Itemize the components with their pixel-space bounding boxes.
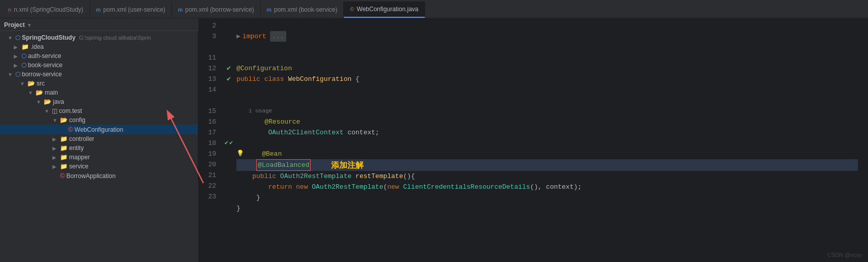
sidebar-item-main[interactable]: ▼ 📂 main (0, 88, 198, 97)
project-top-label: Project (4, 21, 25, 28)
arrow-icon: ▶ (52, 136, 58, 142)
code-line: public OAuth2RestTemplate restTemplate (… (236, 171, 858, 182)
tab-pom-user[interactable]: m pom.xml (user-service) (90, 2, 172, 18)
code-line: 💡 @Bean (236, 149, 858, 159)
brace: } (256, 192, 260, 203)
sidebar-item-label: BorrowApplication (67, 172, 116, 180)
keyword: public (252, 171, 276, 182)
arrow-icon: ▼ (20, 81, 26, 86)
code-line: return new OAuth2RestTemplate ( new Clie… (236, 182, 858, 192)
keyword: class (264, 74, 284, 84)
code-line: } (236, 203, 858, 214)
code-line (236, 84, 858, 95)
tab-label: n.xml (SpringCloudStudy) (14, 6, 83, 13)
sidebar-item-idea[interactable]: ▶ 📁 .idea (0, 42, 198, 51)
sidebar-item-label: SpringCloudStudy (22, 34, 75, 41)
code-line: 1 usage (236, 106, 858, 117)
sidebar-item-label: WebConfiguration (75, 126, 124, 133)
code-line-gap (236, 42, 858, 52)
code-lines: ▶ import ... @Configuration public (236, 20, 868, 262)
annotation-label: 添加注解 (331, 160, 364, 170)
code-text (266, 31, 271, 42)
sidebar-item-auth-service[interactable]: ▶ ⬡ auth-service (0, 51, 198, 61)
brace: { (351, 74, 360, 84)
sidebar-item-com-test[interactable]: ▼ ◫ com.test (0, 106, 198, 115)
collapsed-import[interactable]: ... (270, 31, 286, 42)
java-file-icon: © (68, 126, 73, 133)
project-top-bar: Project ▼ (0, 18, 198, 31)
lightbulb-icon: 💡 (236, 149, 244, 159)
arrow-icon: ▶ (14, 44, 20, 50)
tab-pom-borrow[interactable]: m pom.xml (borrow-service) (172, 2, 261, 18)
type: OAuth2RestTemplate (280, 171, 351, 182)
java-class-icon: © (350, 6, 354, 12)
sidebar-item-borrow-service[interactable]: ▼ ⬡ borrow-service (0, 70, 198, 79)
sidebar-item-label: controller (69, 135, 94, 142)
arrow-icon: ▼ (28, 90, 34, 96)
code-line (236, 138, 858, 149)
code-line: @Resource (236, 117, 858, 127)
sidebar-item-borrow-app[interactable]: © BorrowApplication (0, 171, 198, 181)
line-numbers: 2 3 11 12 13 14 15 16 17 18 19 20 21 22 … (198, 20, 221, 262)
sidebar-item-label: book-service (28, 62, 63, 69)
arrow-icon: ▼ (8, 72, 14, 77)
code-line: OAuth2ClientContext context; (236, 127, 858, 138)
type: OAuth2RestTemplate (312, 182, 383, 192)
module-icon: ⬡ (15, 71, 20, 78)
gutter: ✔ ✔ ✔✔ (221, 20, 236, 262)
code-text: (), context); (530, 182, 581, 192)
tab-webconfig[interactable]: © WebConfiguration.java (344, 2, 425, 18)
code-text (236, 127, 268, 138)
sidebar-item-java[interactable]: ▼ 📂 java (0, 97, 198, 106)
java-app-icon: © (60, 172, 65, 180)
sidebar-item-label: entity (69, 144, 84, 152)
arrow-icon: ▶ (52, 145, 58, 151)
tab-pom-book[interactable]: m pom.xml (book-service) (261, 2, 344, 18)
code-line: ▶ import ... (236, 31, 858, 42)
tab-xml-spring[interactable]: n n.xml (SpringCloudStudy) (2, 2, 90, 18)
sidebar-item-controller[interactable]: ▶ 📁 controller (0, 134, 198, 143)
arrow-icon: ▶ (14, 63, 20, 68)
folder-icon: 📁 (21, 43, 29, 50)
tab-bar: n n.xml (SpringCloudStudy) m pom.xml (us… (0, 0, 868, 18)
tab-label: pom.xml (borrow-service) (185, 6, 254, 13)
sidebar-item-config[interactable]: ▼ 📂 config (0, 115, 198, 125)
class-name: WebConfiguration (288, 74, 351, 84)
usage-hint: 1 usage (249, 106, 272, 117)
sidebar-item-src[interactable]: ▼ 📂 src (0, 79, 198, 88)
main-area: Project ▼ ▼ ⬡ SpringCloudStudy G:\spring… (0, 18, 868, 262)
code-line: @Configuration (236, 63, 858, 74)
module-icon: ⬡ (21, 52, 26, 60)
code-container: 2 3 11 12 13 14 15 16 17 18 19 20 21 22 … (198, 18, 868, 262)
module-icon: ⬡ (15, 34, 20, 41)
xml-icon: n (8, 7, 11, 13)
annotation: @Resource (249, 117, 300, 127)
method-name: restTemplate (355, 171, 403, 182)
arrow-icon: ▼ (8, 35, 14, 41)
sidebar-item-label: auth-service (28, 52, 61, 60)
editor-area[interactable]: 2 3 11 12 13 14 15 16 17 18 19 20 21 22 … (198, 18, 868, 262)
keyword: import (243, 31, 266, 42)
folder-icon: 📁 (60, 144, 68, 152)
code-line: } (236, 192, 858, 203)
sidebar-item-label: mapper (69, 154, 90, 161)
sidebar-item-root[interactable]: ▼ ⬡ SpringCloudStudy G:\spring cloud ali… (0, 33, 198, 42)
sidebar-item-label: borrow-service (22, 71, 62, 78)
code-line-gap (236, 95, 858, 106)
sidebar-tree: ▼ ⬡ SpringCloudStudy G:\spring cloud ali… (0, 31, 198, 181)
sidebar-item-mapper[interactable]: ▶ 📁 mapper (0, 153, 198, 162)
sidebar-item-service[interactable]: ▶ 📁 service (0, 162, 198, 171)
folder-open-icon: 📂 (36, 89, 43, 96)
sidebar: Project ▼ ▼ ⬡ SpringCloudStudy G:\spring… (0, 18, 198, 262)
code-text: (){ (403, 171, 415, 182)
sidebar-item-book-service[interactable]: ▶ ⬡ book-service (0, 61, 198, 70)
annotation: @Configuration (236, 63, 292, 74)
keyword: new (296, 182, 308, 192)
sidebar-item-entity[interactable]: ▶ 📁 entity (0, 143, 198, 153)
m-icon: m (96, 7, 101, 13)
sidebar-item-webconfig[interactable]: © WebConfiguration (0, 125, 198, 134)
keyword: return (268, 182, 292, 192)
sidebar-item-path: G:\spring cloud alibaba\Sprin (79, 35, 151, 41)
collapse-icon[interactable]: ▶ (236, 31, 241, 42)
tab-label: pom.xml (book-service) (274, 6, 338, 13)
